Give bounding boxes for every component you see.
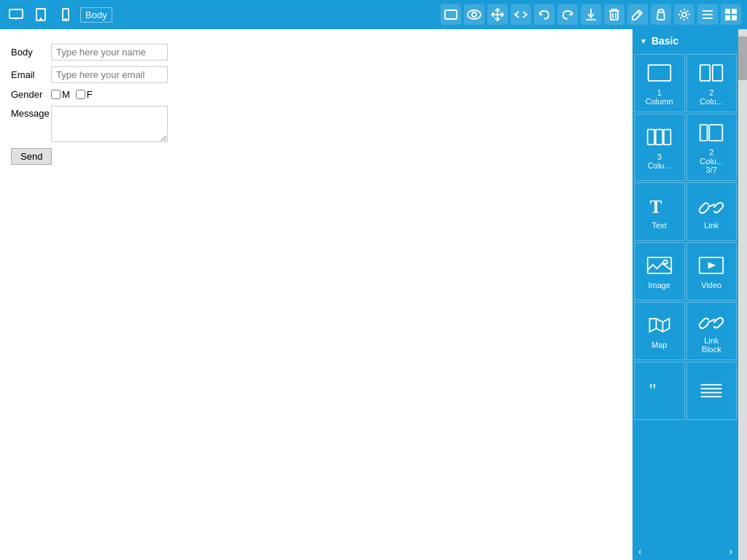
svg-point-4	[40, 18, 42, 20]
svg-rect-28	[700, 65, 711, 81]
sidebar-section-label: Basic	[651, 35, 678, 47]
gender-f-label[interactable]: F	[76, 89, 93, 100]
gender-options: M F	[51, 89, 93, 100]
svg-text:T: T	[649, 197, 662, 217]
widget-text-label: Text	[652, 221, 667, 230]
code-icon[interactable]	[511, 4, 531, 25]
widget-link[interactable]: Link	[686, 182, 738, 241]
link-block-widget-icon	[698, 310, 724, 332]
tablet-icon[interactable]	[31, 4, 51, 25]
canvas-area: Body Email Gender M F	[0, 29, 632, 560]
name-row: Body	[11, 44, 622, 61]
image-widget-icon	[646, 254, 673, 276]
svg-rect-23	[725, 9, 730, 14]
widget-1-column-label: 1Column	[646, 88, 673, 106]
widget-2-column-37-label: 2Colu...3/7	[700, 148, 723, 174]
toolbar: Body	[0, 0, 747, 29]
widget-quote[interactable]: "	[634, 362, 685, 420]
widget-map[interactable]: Map	[634, 302, 685, 360]
gender-m-checkbox[interactable]	[51, 90, 61, 99]
svg-point-9	[472, 12, 476, 17]
widget-link-block-label: LinkBlock	[702, 336, 721, 354]
widget-grid: 1Column 2Colu...	[632, 52, 738, 421]
gender-m-text: M	[62, 89, 70, 100]
widget-map-label: Map	[651, 341, 667, 349]
download-icon[interactable]	[581, 4, 601, 25]
svg-rect-33	[700, 125, 708, 141]
widget-list[interactable]	[686, 362, 738, 420]
trash-icon[interactable]	[604, 4, 624, 25]
message-row: Message	[11, 106, 622, 142]
widget-3-column-label: 3Colu...	[648, 152, 671, 170]
email-row: Email	[11, 66, 622, 83]
desktop-icon[interactable]	[6, 4, 26, 25]
widget-2-column-label: 2Colu...	[700, 88, 723, 106]
svg-point-38	[663, 260, 667, 264]
svg-rect-27	[648, 65, 670, 81]
redo-icon[interactable]	[557, 4, 578, 25]
edit-icon[interactable]	[627, 4, 648, 25]
svg-rect-29	[713, 65, 723, 81]
scroll-right-arrow[interactable]: ›	[729, 545, 732, 557]
form-container: Body Email Gender M F	[7, 36, 625, 178]
body-label[interactable]: Body	[80, 7, 112, 23]
2-column-37-icon	[698, 122, 724, 144]
email-input[interactable]	[51, 66, 168, 83]
toolbar-left: Body	[6, 4, 436, 25]
widget-image[interactable]: Image	[634, 242, 685, 300]
video-widget-icon	[698, 254, 724, 276]
scroll-left-arrow[interactable]: ‹	[638, 545, 642, 557]
menu-icon[interactable]	[697, 4, 718, 25]
widget-2-column-37[interactable]: 2Colu...3/7	[686, 114, 738, 181]
sidebar-wrapper: ▼ Basic 1Column 2Col	[632, 29, 747, 560]
widget-3-column[interactable]: 3Colu...	[634, 114, 685, 181]
svg-marker-40	[708, 262, 716, 269]
link-widget-icon	[698, 195, 724, 217]
svg-rect-34	[710, 125, 723, 141]
2-column-icon	[698, 62, 724, 84]
eye-icon[interactable]	[464, 4, 484, 25]
svg-rect-31	[656, 130, 662, 145]
svg-text:": "	[649, 381, 656, 400]
pen-icon[interactable]	[651, 4, 671, 25]
widget-text[interactable]: T Text	[634, 182, 685, 241]
gender-label: Gender	[11, 89, 51, 100]
sidebar-scrollbar[interactable]	[738, 29, 747, 560]
svg-rect-24	[732, 9, 737, 14]
svg-rect-14	[611, 11, 618, 20]
undo-icon[interactable]	[534, 4, 554, 25]
svg-rect-26	[732, 15, 737, 20]
map-widget-icon	[646, 314, 673, 336]
toolbar-right	[441, 4, 741, 25]
3-column-icon	[646, 126, 673, 148]
svg-rect-32	[664, 130, 670, 145]
grid-icon[interactable]	[721, 4, 741, 25]
email-label: Email	[11, 69, 51, 80]
name-input[interactable]	[51, 44, 168, 61]
gender-f-text: F	[87, 89, 93, 100]
sidebar-scrollbar-thumb	[738, 36, 747, 80]
widget-video[interactable]: Video	[686, 242, 738, 300]
gender-m-label[interactable]: M	[51, 89, 70, 100]
sidebar-section-header[interactable]: ▼ Basic	[632, 29, 738, 52]
gender-f-checkbox[interactable]	[76, 90, 85, 99]
widget-video-label: Video	[701, 281, 721, 289]
message-textarea[interactable]	[51, 106, 168, 142]
svg-point-8	[468, 10, 481, 19]
send-button[interactable]: Send	[11, 148, 52, 165]
mobile-icon[interactable]	[55, 4, 76, 25]
message-label: Message	[11, 106, 51, 119]
widget-2-column[interactable]: 2Colu...	[686, 54, 738, 112]
widget-link-block[interactable]: LinkBlock	[686, 302, 738, 360]
rectangle-icon[interactable]	[441, 4, 461, 25]
settings-icon[interactable]	[674, 4, 694, 25]
send-row: Send	[11, 148, 622, 165]
name-label: Body	[11, 47, 51, 58]
svg-rect-7	[445, 10, 457, 19]
widget-link-label: Link	[704, 221, 719, 230]
move-icon[interactable]	[487, 4, 508, 25]
svg-rect-30	[647, 130, 654, 145]
widget-1-column[interactable]: 1Column	[634, 54, 685, 112]
widget-image-label: Image	[648, 281, 670, 289]
gender-row: Gender M F	[11, 89, 622, 100]
